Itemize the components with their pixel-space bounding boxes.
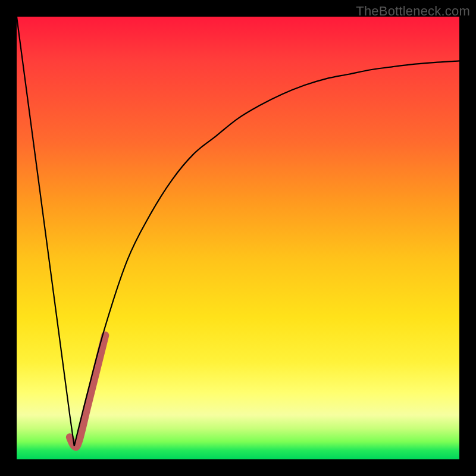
plot-area: [17, 17, 459, 459]
bottleneck-curve: [17, 17, 459, 446]
curve-layer: [17, 17, 459, 459]
hook-overlay: [70, 336, 105, 447]
chart-frame: TheBottleneck.com: [0, 0, 476, 476]
